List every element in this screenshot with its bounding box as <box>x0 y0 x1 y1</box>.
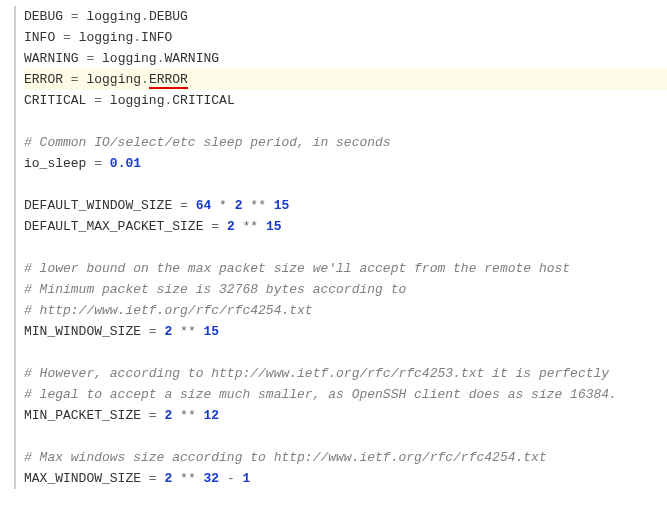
token <box>102 156 110 171</box>
code-line <box>24 174 667 195</box>
token-op: = <box>180 198 188 213</box>
code-line: # Common IO/select/etc sleep period, in … <box>24 132 667 153</box>
code-line <box>24 342 667 363</box>
token-kw: DEFAULT_MAX_PACKET_SIZE <box>24 219 203 234</box>
code-line: # However, according to http://www.ietf.… <box>24 363 667 384</box>
token-num: 1 <box>243 471 251 486</box>
token-op: ** <box>243 219 259 234</box>
token-kw: logging <box>110 93 165 108</box>
token <box>227 198 235 213</box>
token <box>141 471 149 486</box>
token-op: ** <box>180 471 196 486</box>
token <box>172 324 180 339</box>
token <box>102 93 110 108</box>
token-num: 2 <box>227 219 235 234</box>
token-kw: ERROR <box>24 72 63 87</box>
token-op: . <box>141 72 149 87</box>
token-op: . <box>141 9 149 24</box>
token <box>219 471 227 486</box>
token-kw: MIN_WINDOW_SIZE <box>24 324 141 339</box>
token <box>258 219 266 234</box>
token-com: # Max windows size according to http://w… <box>24 450 547 465</box>
token <box>94 51 102 66</box>
token-op: = <box>149 408 157 423</box>
token <box>172 471 180 486</box>
token-com: # However, according to http://www.ietf.… <box>24 366 609 381</box>
token-op: = <box>211 219 219 234</box>
token <box>141 408 149 423</box>
code-line: DEFAULT_WINDOW_SIZE = 64 * 2 ** 15 <box>24 195 667 216</box>
token <box>235 219 243 234</box>
token-op: = <box>63 30 71 45</box>
token <box>63 72 71 87</box>
code-line <box>24 237 667 258</box>
token-attr: WARNING <box>164 51 219 66</box>
token <box>196 324 204 339</box>
token-op: = <box>149 471 157 486</box>
token-attr: DEBUG <box>149 9 188 24</box>
token-num: 64 <box>196 198 212 213</box>
token-op: = <box>94 156 102 171</box>
code-line: WARNING = logging.WARNING <box>24 48 667 69</box>
code-line: DEBUG = logging.DEBUG <box>24 6 667 27</box>
token-com: # Minimum packet size is 32768 bytes acc… <box>24 282 406 297</box>
code-line: CRITICAL = logging.CRITICAL <box>24 90 667 111</box>
token <box>188 198 196 213</box>
token <box>266 198 274 213</box>
token-com: # legal to accept a size much smaller, a… <box>24 387 617 402</box>
token-kw: logging <box>102 51 157 66</box>
code-line: ERROR = logging.ERROR <box>24 69 667 90</box>
token-com: # lower bound on the max packet size we'… <box>24 261 570 276</box>
token <box>141 324 149 339</box>
token <box>196 471 204 486</box>
token-num: 15 <box>274 198 290 213</box>
token-kw: INFO <box>24 30 55 45</box>
token-kw: MIN_PACKET_SIZE <box>24 408 141 423</box>
token-op: ** <box>250 198 266 213</box>
token <box>219 219 227 234</box>
code-line: # Minimum packet size is 32768 bytes acc… <box>24 279 667 300</box>
token-op: . <box>133 30 141 45</box>
token-kw: io_sleep <box>24 156 86 171</box>
code-line: MIN_WINDOW_SIZE = 2 ** 15 <box>24 321 667 342</box>
token <box>211 198 219 213</box>
token-err: ERROR <box>149 72 188 89</box>
code-line: # Max windows size according to http://w… <box>24 447 667 468</box>
token-com: # Common IO/select/etc sleep period, in … <box>24 135 391 150</box>
token-op: ** <box>180 408 196 423</box>
token-kw: logging <box>86 9 141 24</box>
code-line: # legal to accept a size much smaller, a… <box>24 384 667 405</box>
code-line: DEFAULT_MAX_PACKET_SIZE = 2 ** 15 <box>24 216 667 237</box>
token-op: = <box>71 72 79 87</box>
code-line: MIN_PACKET_SIZE = 2 ** 12 <box>24 405 667 426</box>
token-kw: DEBUG <box>24 9 63 24</box>
code-line <box>24 426 667 447</box>
token-kw: logging <box>86 72 141 87</box>
token-op: ** <box>180 324 196 339</box>
code-line: # lower bound on the max packet size we'… <box>24 258 667 279</box>
token-op: = <box>94 93 102 108</box>
token <box>71 30 79 45</box>
token-com: # http://www.ietf.org/rfc/rfc4254.txt <box>24 303 313 318</box>
token-kw: WARNING <box>24 51 79 66</box>
token-attr: INFO <box>141 30 172 45</box>
token-op: - <box>227 471 235 486</box>
token-op: = <box>71 9 79 24</box>
code-line: # http://www.ietf.org/rfc/rfc4254.txt <box>24 300 667 321</box>
code-line: io_sleep = 0.01 <box>24 153 667 174</box>
token-kw: MAX_WINDOW_SIZE <box>24 471 141 486</box>
token-num: 32 <box>204 471 220 486</box>
token-op: = <box>149 324 157 339</box>
token-num: 2 <box>235 198 243 213</box>
token <box>55 30 63 45</box>
token <box>172 408 180 423</box>
token-num: 0.01 <box>110 156 141 171</box>
token-num: 15 <box>266 219 282 234</box>
token-kw: DEFAULT_WINDOW_SIZE <box>24 198 172 213</box>
token-num: 15 <box>204 324 220 339</box>
token <box>196 408 204 423</box>
token-attr: CRITICAL <box>172 93 234 108</box>
token-num: 12 <box>204 408 220 423</box>
code-line <box>24 111 667 132</box>
token-kw: CRITICAL <box>24 93 86 108</box>
